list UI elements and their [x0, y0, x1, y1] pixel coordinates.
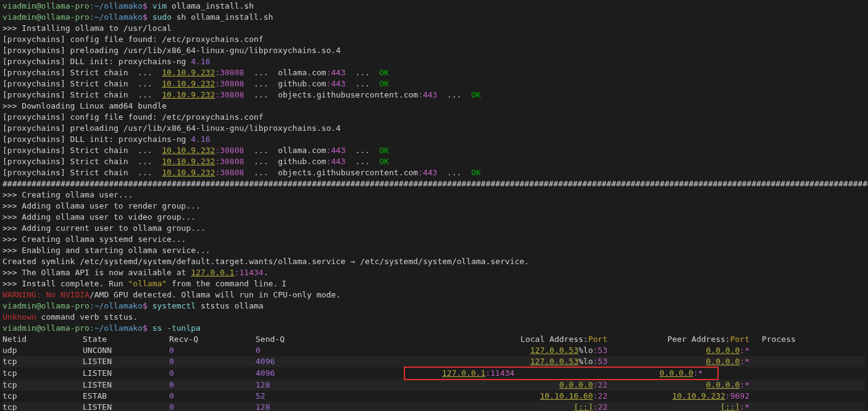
progress-bar: ########################################…	[2, 178, 866, 189]
install-step: >>> Adding current user to ollama group.…	[2, 223, 866, 234]
proxychain-line: [proxychains] Strict chain ... 10.10.9.2…	[2, 145, 866, 156]
text-cursor-icon: I	[282, 279, 286, 288]
symlink-line: Created symlink /etc/systemd/system/defa…	[2, 256, 866, 267]
ss-row: tcpLISTEN04096127.0.0.53%lo:530.0.0.0:*	[2, 356, 866, 367]
ss-row: tcpLISTEN01280.0.0.0:220.0.0.0:*	[2, 380, 866, 391]
unknown-verb: Unknown command verb ststus.	[2, 312, 866, 323]
pc-preload-2: [proxychains] preloading /usr/lib/x86_64…	[2, 123, 866, 134]
proxychain-line: [proxychains] Strict chain ... 10.10.9.2…	[2, 156, 866, 167]
install-complete: >>> Install complete. Run "ollama" from …	[2, 278, 866, 289]
prompt-line-1: viadmin@ollama-pro:~/ollamako$ vim ollam…	[2, 1, 866, 12]
install-step: >>> Adding ollama user to video group...	[2, 212, 866, 223]
proxychain-line: [proxychains] Strict chain ... 10.10.9.2…	[2, 89, 866, 101]
pc-preload-1: [proxychains] preloading /usr/lib/x86_64…	[2, 45, 866, 56]
install-step: >>> Enabling and starting ollama service…	[2, 245, 866, 256]
proxychain-line: [proxychains] Strict chain ... 10.10.9.2…	[2, 67, 866, 78]
prompt-line-4: viadmin@ollama-pro:~/ollamako$ ss -tunlp…	[2, 323, 866, 334]
ss-row: tcpLISTEN04096127.0.0.1:11434 0.0.0.0:*	[2, 367, 866, 380]
install-header: >>> Installing ollama to /usr/local	[2, 23, 866, 34]
ss-row: udpUNCONN00127.0.0.53%lo:530.0.0.0:*	[2, 345, 866, 356]
downloading-header: >>> Downloading Linux amd64 bundle	[2, 101, 866, 112]
pc-config-1: [proxychains] config file found: /etc/pr…	[2, 34, 866, 45]
pc-dll-1: [proxychains] DLL init: proxychains-ng 4…	[2, 56, 866, 67]
ss-row: tcpESTAB05210.10.16.60:2210.10.9.232:969…	[2, 391, 866, 402]
pc-dll-2: [proxychains] DLL init: proxychains-ng 4…	[2, 134, 866, 145]
ss-header-row: NetidStateRecv-QSend-QLocal Address:Port…	[2, 334, 866, 345]
api-available: >>> The Ollama API is now available at 1…	[2, 267, 866, 278]
install-step: >>> Creating ollama systemd service...	[2, 234, 866, 245]
install-step: >>> Creating ollama user...	[2, 189, 866, 201]
gpu-warning: WARNING: No NVIDIA/AMD GPU detected. Oll…	[2, 289, 866, 301]
ss-row: tcpLISTEN0128[::]:22[::]:*	[2, 402, 866, 411]
proxychain-line: [proxychains] Strict chain ... 10.10.9.2…	[2, 167, 866, 178]
prompt-line-3: viadmin@ollama-pro:~/ollamako$ systemctl…	[2, 301, 866, 312]
proxychain-line: [proxychains] Strict chain ... 10.10.9.2…	[2, 78, 866, 89]
pc-config-2: [proxychains] config file found: /etc/pr…	[2, 112, 866, 123]
prompt-line-2: viadmin@ollama-pro:~/ollamako$ sudo sh o…	[2, 12, 866, 23]
install-step: >>> Adding ollama user to render group..…	[2, 201, 866, 212]
